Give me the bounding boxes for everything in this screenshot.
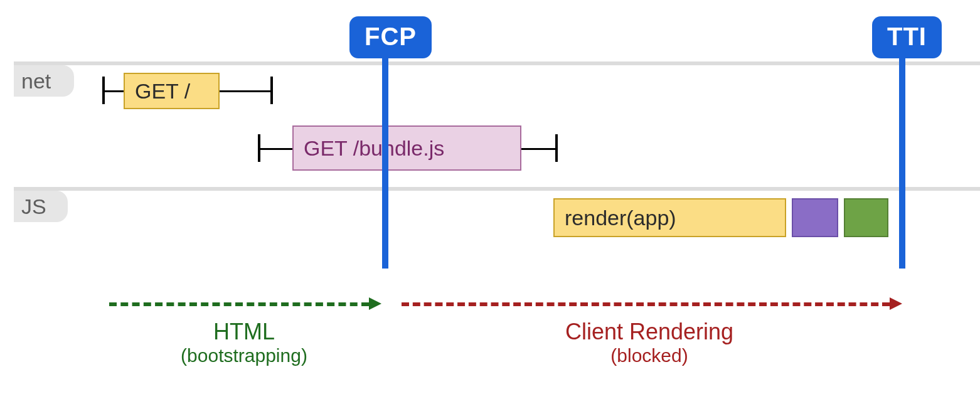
marker-tti-badge: TTI <box>872 16 942 58</box>
marker-tti-line <box>899 55 905 269</box>
whisker-cap <box>102 77 105 104</box>
annotation-client: Client Rendering (blocked) <box>402 319 897 366</box>
whisker-cap <box>270 77 273 104</box>
annotation-html-sub: (bootstrapping) <box>109 345 379 366</box>
annotation-client-title: Client Rendering <box>402 319 897 345</box>
block-get-bundle: GET /bundle.js <box>292 125 521 171</box>
arrow-client-phase <box>402 302 890 306</box>
annotation-client-sub: (blocked) <box>402 345 897 366</box>
whisker-cap <box>258 134 260 162</box>
lane-divider <box>14 187 980 191</box>
marker-fcp-line <box>382 55 388 269</box>
arrow-head-icon <box>369 297 381 310</box>
rendering-timeline-diagram: net JS FCP TTI GET / GET /bundle.js rend… <box>0 0 980 394</box>
block-render-app: render(app) <box>553 198 786 237</box>
lane-divider <box>14 61 980 65</box>
lane-label-js: JS <box>14 191 68 222</box>
marker-fcp-badge: FCP <box>349 16 432 58</box>
arrow-html-phase <box>109 302 369 306</box>
lane-label-net: net <box>14 65 74 97</box>
annotation-html-title: HTML <box>109 319 379 345</box>
block-purple-task <box>792 198 838 237</box>
block-get-root: GET / <box>124 73 220 109</box>
annotation-html: HTML (bootstrapping) <box>109 319 379 366</box>
arrow-head-icon <box>890 297 902 310</box>
whisker-cap <box>555 134 558 162</box>
block-green-task <box>844 198 888 237</box>
